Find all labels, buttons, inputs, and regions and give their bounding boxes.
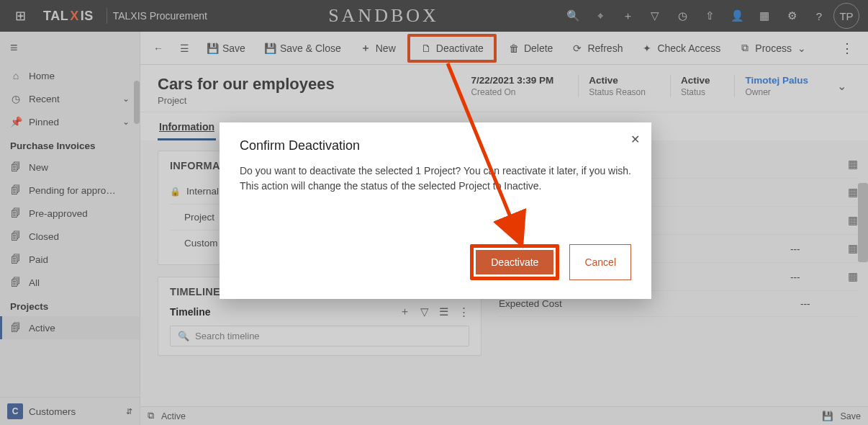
- confirm-deactivation-dialog: ✕ Confirm Deactivation Do you want to de…: [220, 122, 651, 299]
- dialog-body: Do you want to deactivate the selected 1…: [240, 164, 631, 194]
- dialog-deactivate-button[interactable]: Deactivate: [476, 250, 553, 274]
- dialog-title: Confirm Deactivation: [240, 138, 631, 153]
- annotation-highlight-confirm: Deactivate: [470, 244, 559, 280]
- dialog-cancel-button[interactable]: Cancel: [569, 244, 631, 280]
- dialog-close-button[interactable]: ✕: [630, 133, 640, 146]
